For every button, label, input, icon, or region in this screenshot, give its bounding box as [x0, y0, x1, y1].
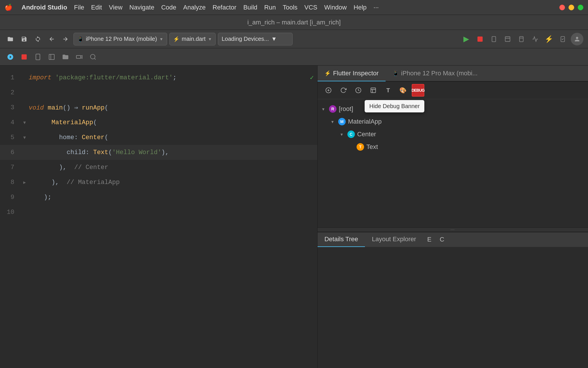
tab-device[interactable]: 📱 iPhone 12 Pro Max (mobi...: [386, 66, 485, 81]
file-dropdown-chevron: ▼: [208, 37, 212, 41]
menu-view[interactable]: View: [109, 4, 122, 11]
device-tab-icon: 📱: [392, 70, 399, 76]
stop-button[interactable]: [474, 33, 486, 45]
sync-button[interactable]: [32, 33, 44, 45]
menu-code[interactable]: Code: [161, 4, 176, 11]
widget-tree[interactable]: ▾ R [root] ▾ M MaterialApp ▾ C Center ▸ …: [318, 99, 588, 227]
android-layout-button[interactable]: [516, 33, 527, 45]
highlight-button[interactable]: [367, 84, 380, 97]
folder2-button[interactable]: [60, 51, 71, 63]
menu-file[interactable]: File: [74, 4, 84, 11]
code-line-4: 4 ▾ MaterialApp(: [0, 115, 317, 130]
save-button[interactable]: [18, 33, 30, 45]
phone-check-button[interactable]: [557, 33, 568, 45]
device-dropdown[interactable]: 📱 iPhone 12 Pro Max (mobile) ▼: [74, 33, 167, 45]
tree-item-materialapp[interactable]: ▾ M MaterialApp: [322, 115, 583, 128]
tab-e[interactable]: E: [423, 233, 436, 246]
bottom-panel-content: [318, 247, 588, 368]
layout-button[interactable]: [502, 33, 513, 45]
lightning-icon: ⚡: [545, 35, 553, 43]
nav-forward-button[interactable]: [60, 33, 71, 45]
menu-run[interactable]: Run: [264, 4, 276, 11]
nav-back-button[interactable]: [46, 33, 57, 45]
open-folder-button[interactable]: [5, 33, 16, 45]
svg-line-11: [94, 58, 96, 59]
device-mirror-button[interactable]: [32, 51, 44, 63]
flutter-tab-icon: ⚡: [324, 70, 331, 76]
code-lines: 1 import 'package:flutter/material.dart'…: [0, 66, 317, 224]
tab-flutter-inspector-label: Flutter Inspector: [333, 70, 379, 77]
menu-bar: 🍎 Android Studio File Edit View Navigate…: [0, 0, 588, 15]
menu-tools[interactable]: Tools: [283, 4, 297, 11]
stop2-button[interactable]: [18, 51, 30, 63]
tab-c[interactable]: C: [436, 233, 448, 246]
color-button[interactable]: 🎨: [397, 84, 409, 97]
menu-navigate[interactable]: Navigate: [129, 4, 154, 11]
lightning-button[interactable]: ⚡: [543, 33, 555, 45]
line-content-4: MaterialApp(: [29, 119, 317, 126]
close-button[interactable]: [559, 5, 565, 10]
text-button[interactable]: T: [382, 84, 394, 97]
menu-analyze[interactable]: Analyze: [183, 4, 206, 11]
line-content-6: child: Text('Hello World'),: [29, 149, 317, 156]
line-number-7: 7: [0, 164, 20, 171]
fold-icon-8: ▸: [23, 179, 26, 185]
select-widget-button[interactable]: [322, 84, 335, 97]
tab-device-label: iPhone 12 Pro Max (mobi...: [401, 70, 478, 77]
loading-devices-label: Loading Devices...: [222, 36, 269, 42]
menu-more[interactable]: ···: [374, 4, 379, 11]
debug-banner-button[interactable]: DEBUG: [412, 84, 424, 97]
line-content-8: ), // MaterialApp: [29, 179, 317, 186]
tab-c-label: C: [440, 236, 444, 243]
menu-build[interactable]: Build: [243, 4, 257, 11]
tree-item-root[interactable]: ▾ R [root]: [322, 103, 583, 115]
materialapp-icon: M: [338, 118, 346, 125]
run-configs-button[interactable]: [5, 51, 16, 63]
tab-flutter-inspector[interactable]: ⚡ Flutter Inspector: [318, 66, 386, 81]
apple-icon[interactable]: 🍎: [5, 4, 12, 11]
menu-help[interactable]: Help: [354, 4, 367, 11]
root-label: [root]: [339, 105, 353, 113]
debug-label: DEBUG: [411, 88, 425, 93]
maximize-button[interactable]: [578, 5, 583, 10]
title-bar: i_am_rich – main.dart [i_am_rich]: [0, 15, 588, 30]
svg-rect-16: [371, 88, 376, 93]
inspector-tabs: ⚡ Flutter Inspector 📱 iPhone 12 Pro Max …: [318, 66, 588, 82]
run-button[interactable]: ▶: [461, 33, 472, 45]
line-number-4: 4: [0, 119, 20, 126]
menu-refactor[interactable]: Refactor: [212, 4, 236, 11]
center-label: Center: [357, 131, 376, 138]
layout2-button[interactable]: [46, 51, 57, 63]
gutter-4: ▾: [20, 119, 29, 126]
device-manager-button[interactable]: [488, 33, 500, 45]
refresh-button[interactable]: [337, 84, 350, 97]
performance-button[interactable]: [352, 84, 365, 97]
tab-layout-explorer[interactable]: Layout Explorer: [365, 232, 423, 247]
tab-details-tree[interactable]: Details Tree: [318, 232, 365, 247]
hide-debug-banner-tooltip: Hide Debug Banner: [365, 100, 424, 112]
root-icon: R: [329, 105, 336, 113]
loading-dropdown-chevron: ▼: [271, 36, 277, 42]
menu-vcs[interactable]: VCS: [304, 4, 317, 11]
menu-edit[interactable]: Edit: [91, 4, 102, 11]
menu-window[interactable]: Window: [324, 4, 347, 11]
tree-item-center[interactable]: ▾ C Center: [322, 128, 583, 141]
materialapp-label: MaterialApp: [348, 118, 382, 125]
line-content-9: );: [29, 194, 317, 201]
profiler-button[interactable]: [529, 33, 541, 45]
user-avatar[interactable]: [571, 33, 583, 45]
inspector-panel: ⚡ Flutter Inspector 📱 iPhone 12 Pro Max …: [318, 66, 588, 368]
code-editor[interactable]: 1 import 'package:flutter/material.dart'…: [0, 66, 318, 368]
tree-item-text[interactable]: ▸ T Text: [322, 141, 583, 153]
stop-icon: [477, 37, 483, 42]
code-line-9: 9 );: [0, 190, 317, 205]
video-button[interactable]: [74, 51, 85, 63]
menu-android-studio[interactable]: Android Studio: [22, 4, 67, 11]
file-dropdown[interactable]: ⚡ main.dart ▼: [169, 33, 216, 45]
search-button[interactable]: [87, 51, 99, 63]
loading-devices-dropdown[interactable]: Loading Devices... ▼: [218, 33, 293, 45]
secondary-toolbar: [0, 48, 588, 66]
code-line-2: 2: [0, 85, 317, 100]
line-content-10: [29, 209, 317, 216]
minimize-button[interactable]: [568, 5, 574, 10]
